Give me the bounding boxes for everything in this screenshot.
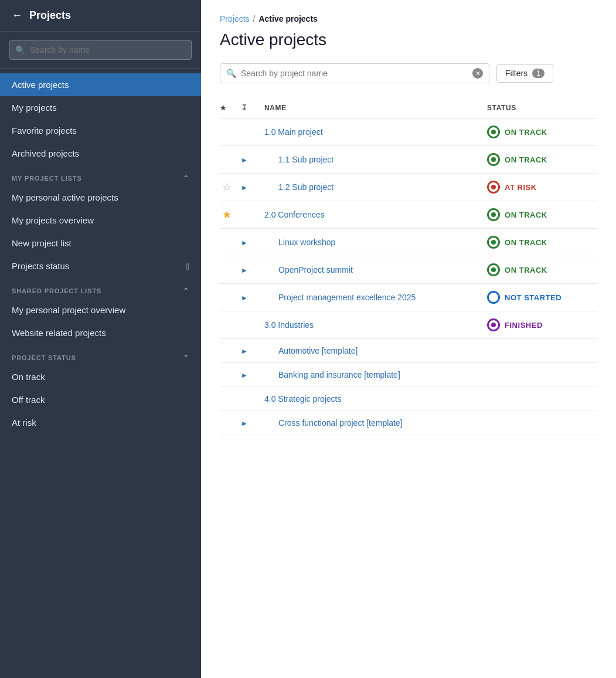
project-name-link[interactable]: Automotive [template] [278, 346, 358, 355]
sidebar-search-input[interactable] [9, 40, 192, 60]
status-cell: ON TRACK [480, 229, 597, 256]
projects-status-badge: || [185, 262, 189, 270]
sidebar-item-on-track[interactable]: On track [0, 365, 201, 388]
expand-cell[interactable]: ► [241, 256, 257, 284]
projects-tbody: 1.0 Main project ON TRACK ►1.1 Sub proje… [220, 118, 597, 435]
sidebar-item-archived-projects[interactable]: Archived projects [0, 142, 201, 165]
project-name-link[interactable]: Linux workshop [278, 238, 335, 247]
star-icon: ★ [222, 209, 232, 221]
project-status-header: PROJECT STATUS ⌃ [0, 344, 201, 365]
filters-button[interactable]: Filters 1 [496, 64, 553, 83]
expand-icon[interactable]: ► [241, 156, 248, 164]
name-cell: Linux workshop [257, 229, 480, 256]
project-name-link[interactable]: 2.0 Conferences [264, 210, 325, 219]
expand-cell[interactable]: ► [241, 284, 257, 311]
name-cell: Automotive [template] [257, 339, 480, 363]
table-row: ►Linux workshop ON TRACK [220, 229, 597, 256]
sidebar-item-website-related-projects[interactable]: Website related projects [0, 321, 201, 344]
table-row: ►Cross functional project [template] [220, 411, 597, 435]
sidebar-item-label: Website related projects [12, 328, 106, 338]
status-cell [480, 411, 597, 435]
sidebar-item-my-personal-project-overview[interactable]: My personal project overview [0, 299, 201, 321]
sidebar-item-active-projects[interactable]: Active projects [0, 73, 201, 96]
expand-icon[interactable]: ► [241, 266, 248, 274]
sidebar-item-label: Off track [12, 395, 45, 405]
star-cell[interactable]: ★ [220, 201, 241, 229]
status-cell [480, 363, 597, 387]
col-header-name: NAME [257, 97, 480, 118]
star-cell[interactable] [220, 256, 241, 284]
expand-icon[interactable]: ► [241, 371, 248, 379]
expand-cell [241, 387, 257, 411]
breadcrumb: Projects / Active projects [220, 14, 597, 23]
star-cell[interactable] [220, 146, 241, 174]
expand-cell[interactable]: ► [241, 339, 257, 363]
sidebar-item-label: On track [12, 372, 45, 382]
toolbar: 🔍 ✕ Filters 1 [220, 63, 597, 83]
sidebar-item-label: Archived projects [12, 148, 79, 158]
name-cell: 4.0 Strategic projects [257, 387, 480, 411]
sidebar-item-my-projects[interactable]: My projects [0, 96, 201, 119]
star-cell[interactable] [220, 387, 241, 411]
star-cell[interactable] [220, 284, 241, 311]
sidebar-item-new-project-list[interactable]: New project list [0, 232, 201, 255]
breadcrumb-root[interactable]: Projects [220, 14, 250, 23]
star-cell[interactable] [220, 118, 241, 146]
expand-cell[interactable]: ► [241, 174, 257, 201]
star-cell[interactable] [220, 363, 241, 387]
project-name-link[interactable]: 3.0 Industries [264, 320, 314, 330]
expand-cell [241, 118, 257, 146]
expand-icon[interactable]: ► [241, 184, 248, 192]
sidebar-item-favorite-projects[interactable]: Favorite projects [0, 119, 201, 142]
sidebar-item-label: My projects overview [12, 215, 94, 225]
expand-cell[interactable]: ► [241, 146, 257, 174]
filters-count: 1 [532, 69, 544, 78]
project-name-link[interactable]: 1.1 Sub project [278, 155, 333, 164]
shared-project-lists-chevron[interactable]: ⌃ [183, 287, 189, 295]
sidebar-item-label: New project list [12, 238, 72, 248]
project-name-link[interactable]: OpenProject summit [278, 265, 353, 274]
table-row: ►OpenProject summit ON TRACK [220, 256, 597, 284]
sidebar-item-label: My personal project overview [12, 305, 125, 315]
sidebar-item-my-personal-active[interactable]: My personal active projects [0, 186, 201, 209]
expand-icon[interactable]: ► [241, 419, 248, 428]
project-name-link[interactable]: Cross functional project [template] [278, 418, 403, 428]
sidebar-item-label: At risk [12, 418, 36, 428]
star-cell[interactable] [220, 339, 241, 363]
star-cell[interactable] [220, 411, 241, 435]
project-search-box: 🔍 ✕ [220, 63, 489, 83]
project-name-link[interactable]: 4.0 Strategic projects [264, 394, 342, 404]
search-clear-button[interactable]: ✕ [472, 68, 483, 79]
expand-cell [241, 311, 257, 339]
project-name-link[interactable]: 1.0 Main project [264, 127, 323, 137]
sidebar-item-projects-status[interactable]: Projects status || [0, 255, 201, 277]
star-cell[interactable]: ☆ [220, 174, 241, 201]
expand-cell[interactable]: ► [241, 229, 257, 256]
project-name-link[interactable]: Project management excellence 2025 [278, 293, 416, 302]
search-wrapper: 🔍 [9, 40, 192, 60]
sidebar-search-area: 🔍 [0, 32, 201, 69]
my-project-lists-chevron[interactable]: ⌃ [183, 174, 189, 182]
expand-icon[interactable]: ► [241, 347, 248, 355]
project-name-link[interactable]: 1.2 Sub project [278, 182, 333, 192]
expand-cell[interactable]: ► [241, 411, 257, 435]
star-cell[interactable] [220, 229, 241, 256]
expand-icon[interactable]: ► [241, 294, 248, 302]
expand-cell[interactable]: ► [241, 363, 257, 387]
back-icon[interactable]: ← [12, 9, 22, 22]
expand-icon[interactable]: ► [241, 239, 248, 247]
status-label: ON TRACK [505, 266, 547, 274]
table-row: 3.0 Industries FINISHED [220, 311, 597, 339]
star-cell[interactable] [220, 311, 241, 339]
sidebar-item-at-risk[interactable]: At risk [0, 411, 201, 434]
project-search-input[interactable] [241, 69, 468, 78]
breadcrumb-current: Active projects [258, 14, 317, 23]
sidebar-nav: Active projects My projects Favorite pro… [0, 69, 201, 678]
shared-project-lists-header: SHARED PROJECT LISTS ⌃ [0, 277, 201, 299]
project-name-link[interactable]: Banking and insurance [template] [278, 370, 400, 379]
project-status-chevron[interactable]: ⌃ [183, 354, 189, 362]
name-cell: 1.1 Sub project [257, 146, 480, 174]
status-cell: ON TRACK [480, 256, 597, 284]
sidebar-item-off-track[interactable]: Off track [0, 388, 201, 411]
sidebar-item-my-projects-overview[interactable]: My projects overview [0, 209, 201, 232]
